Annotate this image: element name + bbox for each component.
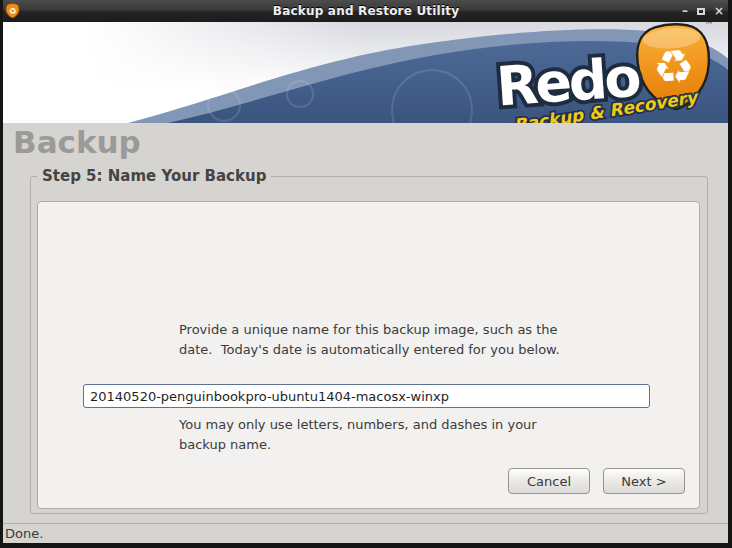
- window-border-left: [0, 0, 3, 548]
- titlebar: ♻ Backup and Restore Utility – ×: [0, 0, 732, 22]
- app-window: ♻ Backup and Restore Utility – ×: [0, 0, 732, 548]
- window-title: Backup and Restore Utility: [0, 4, 732, 18]
- backup-name-input[interactable]: [83, 384, 650, 408]
- instruction-paragraph-1: Provide a unique name for this backup im…: [179, 320, 581, 360]
- status-bar: Done.: [0, 523, 732, 544]
- action-buttons: Cancel Next >: [508, 468, 685, 494]
- window-border-right: [728, 0, 732, 548]
- maximize-icon[interactable]: [697, 8, 705, 15]
- window-controls: – ×: [682, 0, 724, 22]
- close-icon[interactable]: ×: [714, 0, 724, 22]
- minimize-icon[interactable]: –: [682, 0, 688, 22]
- next-button[interactable]: Next >: [603, 468, 685, 494]
- window-border-bottom: [0, 543, 732, 548]
- cancel-button[interactable]: Cancel: [508, 468, 590, 494]
- trademark-symbol: ™: [704, 22, 715, 31]
- redo-logo: ♻ ™ Redo Backup & Recovery: [491, 22, 719, 123]
- header-banner: ♻ ™ Redo Backup & Recovery: [0, 22, 732, 123]
- step-title: Step 5: Name Your Backup: [37, 167, 271, 185]
- page-title: Backup: [13, 124, 141, 160]
- content-panel: Provide a unique name for this backup im…: [37, 201, 700, 509]
- instruction-paragraph-2: You may only use letters, numbers, and d…: [179, 415, 581, 455]
